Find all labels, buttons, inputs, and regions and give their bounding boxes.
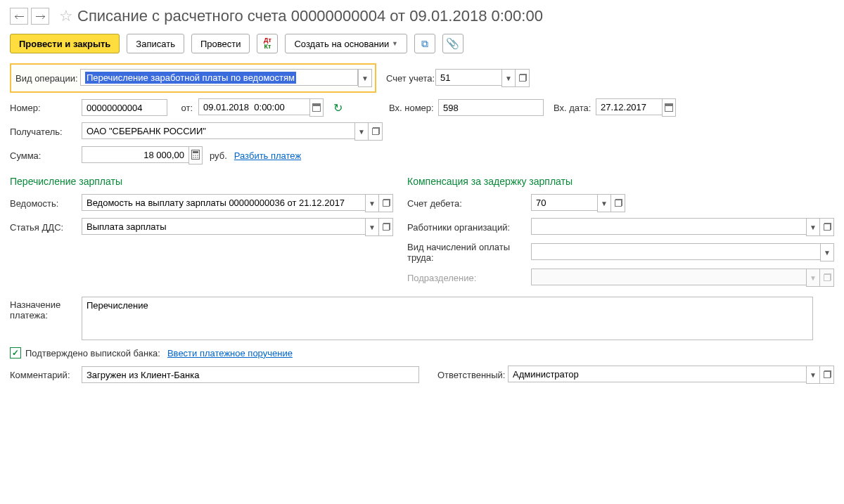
- calculator-icon: [191, 150, 200, 161]
- in-date-label: Вх. дата:: [554, 103, 596, 113]
- number-label: Номер:: [10, 103, 82, 113]
- structure-button[interactable]: ⧉: [414, 34, 435, 53]
- open-icon: [824, 274, 831, 281]
- open-icon: [519, 75, 526, 82]
- org-employees-dropdown-button[interactable]: ▼: [806, 218, 820, 236]
- purpose-label: Назначение платежа:: [10, 297, 82, 321]
- dds-dropdown-button[interactable]: ▼: [365, 218, 379, 236]
- save-button[interactable]: Записать: [127, 34, 184, 53]
- org-employees-input[interactable]: [531, 218, 806, 235]
- structure-icon: ⧉: [421, 38, 428, 50]
- paperclip-icon: 📎: [446, 37, 459, 50]
- operation-type-label: Вид операции:: [15, 73, 80, 84]
- vedomost-dropdown-button[interactable]: ▼: [365, 194, 379, 212]
- confirmed-label: Подтверждено выпиской банка:: [25, 348, 160, 358]
- responsible-label: Ответственный:: [437, 370, 508, 380]
- page-title: Списание с расчетного счета 00000000004 …: [77, 7, 543, 25]
- operation-type-input[interactable]: Перечисление заработной платы по ведомос…: [80, 69, 358, 86]
- open-icon: [383, 224, 390, 231]
- forward-button[interactable]: 🡒: [31, 8, 49, 25]
- amount-input[interactable]: [82, 146, 188, 163]
- calendar-icon: [665, 103, 673, 112]
- operation-type-group: Вид операции: Перечисление заработной пл…: [10, 63, 376, 93]
- favorite-star-icon[interactable]: ☆: [59, 7, 73, 25]
- vedomost-input[interactable]: [82, 194, 365, 211]
- back-button[interactable]: 🡐: [10, 8, 28, 25]
- amount-label: Сумма:: [10, 150, 82, 161]
- operation-type-dropdown-button[interactable]: ▼: [358, 69, 372, 87]
- vedomost-label: Ведомость:: [10, 198, 82, 209]
- number-input[interactable]: [82, 99, 167, 116]
- open-icon: [824, 224, 831, 231]
- accrual-type-input[interactable]: [531, 243, 820, 260]
- debit-account-input[interactable]: [531, 194, 597, 211]
- date-calendar-button[interactable]: [309, 98, 324, 117]
- svg-point-4: [197, 155, 198, 156]
- in-number-input[interactable]: [438, 99, 544, 116]
- in-date-input[interactable]: [596, 98, 662, 115]
- recipient-open-button[interactable]: [369, 122, 383, 141]
- account-open-button[interactable]: [516, 69, 530, 87]
- svg-point-5: [193, 157, 194, 158]
- account-input[interactable]: [435, 69, 501, 86]
- confirmed-checkbox[interactable]: ✓: [10, 347, 21, 358]
- bank-sync-icon[interactable]: ↻: [333, 101, 343, 115]
- debit-account-dropdown-button[interactable]: ▼: [597, 194, 611, 212]
- open-icon: [383, 200, 390, 207]
- in-date-calendar-button[interactable]: [662, 98, 676, 117]
- dtkt-icon: ДтКт: [264, 37, 271, 50]
- department-label: Подразделение:: [407, 273, 531, 283]
- recipient-input[interactable]: [82, 122, 354, 139]
- comment-label: Комментарий:: [10, 370, 82, 380]
- department-input: [531, 269, 806, 285]
- debit-account-label: Счет дебета:: [407, 198, 531, 209]
- comment-input[interactable]: [82, 366, 419, 383]
- responsible-open-button[interactable]: [820, 366, 834, 384]
- dds-open-button[interactable]: [379, 218, 393, 236]
- svg-rect-1: [193, 151, 198, 153]
- post-button[interactable]: Провести: [191, 34, 250, 53]
- org-employees-label: Работники организаций:: [407, 222, 531, 233]
- toolbar: Провести и закрыть Записать Провести ДтК…: [10, 34, 834, 53]
- salary-section-title: Перечисление зарплаты: [10, 176, 393, 187]
- date-input[interactable]: [198, 98, 309, 115]
- svg-point-6: [195, 157, 196, 158]
- responsible-input[interactable]: [508, 366, 806, 382]
- in-number-label: Вх. номер:: [389, 103, 438, 113]
- account-dropdown-button[interactable]: ▼: [501, 69, 516, 87]
- recipient-dropdown-button[interactable]: ▼: [354, 122, 369, 141]
- enter-payment-order-link[interactable]: Ввести платежное поручение: [167, 348, 293, 358]
- attachments-button[interactable]: 📎: [442, 34, 463, 53]
- dds-label: Статья ДДС:: [10, 222, 82, 233]
- debit-account-open-button[interactable]: [611, 194, 625, 212]
- chevron-down-icon: ▼: [392, 40, 398, 47]
- svg-point-3: [195, 155, 196, 156]
- currency-label: руб.: [210, 150, 227, 161]
- open-icon: [824, 371, 831, 378]
- dds-input[interactable]: [82, 218, 365, 235]
- svg-point-2: [193, 155, 194, 156]
- accrual-type-dropdown-button[interactable]: ▼: [820, 243, 834, 261]
- dtkt-button[interactable]: ДтКт: [257, 34, 278, 53]
- svg-point-7: [197, 157, 198, 158]
- compensation-section-title: Компенсация за задержку зарплаты: [407, 176, 834, 187]
- accrual-type-label: Вид начислений оплаты труда:: [407, 242, 531, 263]
- department-open-button: [820, 269, 834, 287]
- recipient-label: Получатель:: [10, 127, 82, 137]
- purpose-textarea[interactable]: [82, 297, 813, 340]
- vedomost-open-button[interactable]: [379, 194, 393, 212]
- open-icon: [615, 200, 622, 207]
- create-based-on-button[interactable]: Создать на основании ▼: [285, 34, 407, 53]
- responsible-dropdown-button[interactable]: ▼: [806, 366, 820, 384]
- amount-calc-button[interactable]: [188, 146, 203, 164]
- calendar-icon: [312, 103, 321, 112]
- from-label: от:: [172, 103, 198, 113]
- department-dropdown-button: ▼: [806, 269, 820, 287]
- split-payment-link[interactable]: Разбить платеж: [234, 150, 301, 161]
- org-employees-open-button[interactable]: [820, 218, 834, 236]
- post-and-close-button[interactable]: Провести и закрыть: [10, 34, 120, 53]
- open-icon: [372, 128, 379, 135]
- account-label: Счет учета:: [386, 73, 435, 84]
